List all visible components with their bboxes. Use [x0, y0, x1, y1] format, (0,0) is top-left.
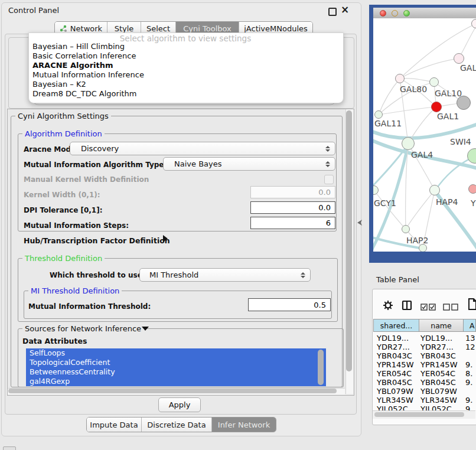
table-cell[interactable]: YDL19... [377, 334, 409, 343]
list-item[interactable]: gal4RGexp [26, 377, 326, 386]
dpi-tolerance-field[interactable]: 0.0 [250, 201, 335, 214]
table-cell[interactable]: 8. [465, 369, 472, 378]
node-label: GCY1 [374, 198, 396, 208]
table-cell[interactable]: YER054C [377, 369, 412, 378]
tab-discretize-data[interactable]: Discretize Data [141, 418, 211, 432]
network-node[interactable] [468, 184, 476, 194]
dropdown-item[interactable]: Bayesian – Hill Climbing [32, 42, 125, 51]
table-cell[interactable]: YBL079W [377, 387, 413, 396]
kernel-width-field[interactable]: 0.0 [250, 186, 335, 198]
table-cell[interactable]: YER054C [420, 369, 455, 378]
tab-jactivemnodules-label: jActiveMNodules [244, 24, 308, 33]
table-cell[interactable]: YDR27... [377, 343, 410, 351]
which-threshold-select[interactable]: MI Threshold [139, 268, 311, 282]
table-cell[interactable]: YDL19... [420, 334, 452, 343]
table-cell[interactable]: YBR043C [377, 351, 412, 360]
table-cell[interactable]: 12 [465, 343, 475, 351]
float-window-icon[interactable] [328, 8, 337, 16]
mi-steps-field[interactable]: 6 [250, 217, 335, 229]
algorithm-definition-title: Algorithm Definition [22, 129, 105, 138]
table-cell[interactable]: YDR27... [420, 343, 454, 351]
node-label: SWI4 [450, 137, 471, 146]
tab-impute-data-label: Impute Data [90, 420, 138, 429]
network-node[interactable] [374, 110, 383, 119]
list-item[interactable]: TopologicalCoefficient [26, 358, 326, 367]
data-attributes-label: Data Attributes [22, 337, 87, 345]
table-cell[interactable]: YLR345W [377, 396, 413, 405]
aracne-mode-value: Discovery [70, 144, 325, 153]
aracne-mode-select[interactable]: Discovery [70, 142, 335, 155]
list-item[interactable]: SelfLoops [26, 348, 326, 358]
manual-kernel-width-checkbox[interactable] [324, 175, 334, 184]
select-all-checks-icon[interactable] [420, 302, 436, 313]
network-node[interactable] [429, 77, 439, 87]
dpi-tolerance-label: DPI Tolerance [0,1]: [24, 206, 103, 214]
bottom-tabbar: Impute Data Discretize Data Infer Networ… [86, 417, 276, 432]
settings-vertical-scrollbar-thumb[interactable] [346, 110, 352, 371]
network-node-selected[interactable] [431, 102, 442, 112]
table-cell[interactable]: YBL079W [420, 387, 457, 396]
table-cell[interactable]: 9. [465, 360, 472, 369]
tab-impute-data[interactable]: Impute Data [87, 418, 141, 432]
network-node[interactable] [395, 74, 405, 83]
close-icon[interactable]: × [341, 4, 349, 15]
table-cell[interactable]: 9. [465, 396, 472, 405]
expand-arrow-icon[interactable] [163, 235, 168, 242]
dropdown-item[interactable]: Dream8 DC_TDC Algorithm [32, 89, 137, 99]
table-cell[interactable]: YPR145W [420, 360, 457, 369]
column-header-name[interactable]: name [419, 319, 464, 332]
columns-icon[interactable] [402, 300, 412, 313]
column-header-partial[interactable]: A [464, 319, 476, 332]
table-cell[interactable]: 13 [465, 334, 475, 343]
table-cell[interactable]: 9. [465, 378, 472, 387]
dropdown-item[interactable]: Bayesian – K2 [32, 80, 86, 89]
list-scrollbar-thumb[interactable] [318, 350, 324, 385]
deselect-all-checks-icon[interactable] [443, 302, 458, 313]
mi-algorithm-type-select[interactable]: Naive Bayes [163, 157, 335, 171]
collapsed-panel-button[interactable] [3, 446, 16, 450]
table-cell[interactable]: YBR045C [377, 378, 412, 387]
dropdown-item-selected[interactable]: ARACNE Algorithm [32, 61, 113, 70]
dropdown-item[interactable]: Basic Correlation Inference [32, 51, 136, 61]
column-header-shared[interactable]: shared... [373, 319, 419, 332]
network-node[interactable] [402, 137, 415, 150]
network-node[interactable] [454, 53, 464, 64]
document-icon[interactable] [468, 298, 476, 312]
table-cell[interactable]: YPR145W [377, 360, 413, 369]
node-label: GAL4 [411, 150, 433, 159]
network-node[interactable] [429, 185, 440, 195]
list-item[interactable]: BetweennessCentrality [26, 367, 326, 377]
node-label: GAL11 [374, 119, 402, 128]
table-cell[interactable]: YLR345W [420, 396, 457, 405]
mi-algorithm-type-label: Mutual Information Algorithm Type: [24, 161, 167, 169]
node-label: HAP2 [406, 236, 428, 245]
network-node[interactable] [402, 225, 410, 233]
zoom-traffic-light[interactable] [403, 10, 410, 17]
gear-icon[interactable] [383, 300, 393, 313]
column-header-shared-label: shared... [380, 321, 413, 330]
network-window-titlebar[interactable] [373, 8, 476, 19]
mi-threshold-label: Mutual Information Threshold: [28, 302, 151, 311]
mi-algorithm-type-value: Naive Bayes [164, 159, 325, 168]
node-label: GAL10 [435, 89, 462, 98]
collapse-arrow-icon[interactable] [142, 327, 149, 331]
data-attributes-list: SelfLoops TopologicalCoefficient Between… [26, 348, 326, 386]
tab-infer-network[interactable]: Infer Network [211, 418, 276, 432]
network-icon [60, 25, 67, 32]
control-panel-title: Control Panel [8, 6, 59, 15]
screen: Control Panel × Network Style Select Cyn… [0, 0, 476, 450]
column-header-name-label: name [431, 321, 451, 330]
table-cell[interactable]: YBR043C [420, 351, 456, 360]
table-horizontal-scrollbar-thumb[interactable] [374, 412, 464, 417]
network-canvas[interactable]: GAL GAL80 GAL10 GAL1 GAL11 GAL4 SWI4 GCY… [373, 18, 476, 252]
dropdown-item[interactable]: Mutual Information Inference [32, 70, 144, 80]
mouse-cursor [357, 217, 363, 229]
combo-stepper-icon [325, 146, 330, 152]
minimize-traffic-light[interactable] [392, 10, 398, 17]
mi-threshold-field[interactable]: 0.5 [248, 298, 331, 311]
settings-horizontal-scrollbar-thumb[interactable] [8, 389, 337, 393]
mi-steps-value: 6 [326, 219, 331, 227]
table-cell[interactable]: YBR045C [420, 378, 456, 387]
apply-button[interactable]: Apply [158, 397, 201, 412]
close-traffic-light[interactable] [380, 10, 386, 17]
